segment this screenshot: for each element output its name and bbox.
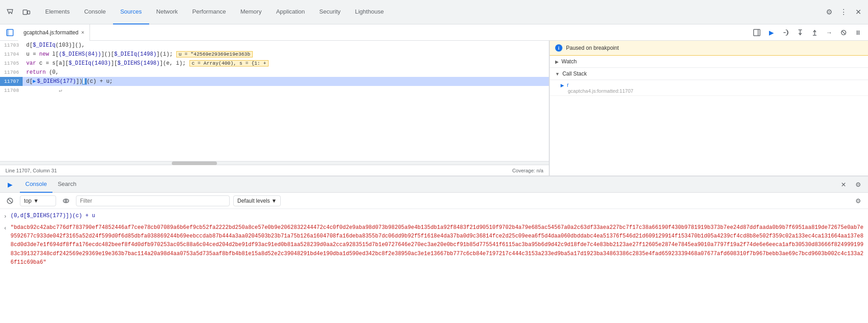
context-dropdown-arrow: ▼ xyxy=(33,198,39,204)
bottom-panel: ▶ Console Search ✕ ⚙ top ▼ xyxy=(0,176,868,323)
code-line-11706: 11706 return (0, xyxy=(0,68,549,77)
callstack-play-arrow: ▶ xyxy=(561,83,564,88)
watch-triangle: ▶ xyxy=(555,59,559,64)
breakpoint-text: Paused on breakpoint xyxy=(566,45,619,51)
code-scrollbar[interactable] xyxy=(0,161,549,165)
coverage-status: Coverage: n/a xyxy=(512,168,543,173)
sub-bar: gcaptcha4.js:formatted × ▶ xyxy=(0,24,868,41)
tab-sources[interactable]: Sources xyxy=(113,0,149,24)
watch-section-header[interactable]: ▶ Watch xyxy=(550,56,868,68)
svg-line-14 xyxy=(8,199,12,203)
pause-button[interactable]: ⏸ xyxy=(852,26,864,39)
tab-application[interactable]: Application xyxy=(269,0,312,24)
console-input-text: (0,d[$_DIEHS(177)])(c) + u xyxy=(10,213,95,219)
code-lines: 11703 d[$_DIEIq(103)](), 11704 u = new l… xyxy=(0,41,549,95)
svg-rect-0 xyxy=(23,10,27,14)
svg-point-15 xyxy=(63,199,69,203)
callstack-section-header[interactable]: ▼ Call Stack xyxy=(550,68,868,80)
bottom-settings-icon[interactable]: ⚙ xyxy=(852,178,864,191)
watch-label: Watch xyxy=(561,58,577,65)
tab-search-bottom[interactable]: Search xyxy=(52,176,82,193)
callstack-file-ref: gcaptcha4.js:formatted:11707 xyxy=(561,88,857,94)
clear-console-button[interactable] xyxy=(4,195,16,207)
deactivate-breakpoints-button[interactable] xyxy=(837,26,850,39)
svg-line-12 xyxy=(842,31,845,34)
callstack-item-r[interactable]: ▶ r gcaptcha4.js:formatted:11707 xyxy=(550,80,868,96)
status-bar: Line 11707, Column 31 Coverage: n/a xyxy=(0,165,549,176)
svg-rect-1 xyxy=(28,11,30,14)
console-input-arrow: › xyxy=(4,214,7,220)
tab-elements[interactable]: Elements xyxy=(38,0,77,24)
right-panel: i Paused on breakpoint ▶ Watch ▼ Call St… xyxy=(549,41,868,176)
inspect-icon[interactable] xyxy=(4,6,16,19)
panel-right-toggle-icon[interactable] xyxy=(750,26,763,39)
callstack-triangle: ▼ xyxy=(555,71,560,76)
bottom-close-icon[interactable]: ✕ xyxy=(837,178,850,191)
settings-icon[interactable]: ⚙ xyxy=(823,6,835,19)
console-toolbar: top ▼ Default levels ▼ ⚙ xyxy=(0,193,868,209)
svg-rect-4 xyxy=(754,29,760,36)
more-icon[interactable]: ⋮ xyxy=(837,6,850,19)
default-levels-dropdown[interactable]: Default levels ▼ xyxy=(233,195,281,206)
tab-network[interactable]: Network xyxy=(149,0,185,24)
line-col-status: Line 11707, Column 31 xyxy=(5,168,57,173)
code-line-11705: 11705 var c = s[a][$_DIEIq(1403)][$_DIEH… xyxy=(0,59,549,68)
step-out-button[interactable] xyxy=(808,26,821,39)
console-input-line: › (0,d[$_DIEHS(177)])(c) + u xyxy=(4,211,864,222)
resume-button[interactable]: ▶ xyxy=(765,26,778,39)
close-icon[interactable]: ✕ xyxy=(852,6,864,19)
code-editor: 11703 d[$_DIEIq(103)](), 11704 u = new l… xyxy=(0,41,549,176)
console-output-line: ‹ "bdacb92c42abc776df783790ef74852446af7… xyxy=(4,222,864,269)
bottom-right-icons: ✕ ⚙ xyxy=(837,178,864,191)
code-line-11708: 11708 ↵ xyxy=(0,86,549,95)
upper-section: gcaptcha4.js:formatted × ▶ xyxy=(0,24,868,176)
code-line-11703: 11703 d[$_DIEIq(103)](), xyxy=(0,41,549,50)
app: Elements Console Sources Network Perform… xyxy=(0,0,868,323)
sub-bar-right: ▶ xyxy=(750,26,864,39)
step-button[interactable]: → xyxy=(823,26,835,39)
console-settings-icon[interactable]: ⚙ xyxy=(852,195,864,207)
top-bar: Elements Console Sources Network Perform… xyxy=(0,0,868,24)
top-bar-right: ⚙ ⋮ ✕ xyxy=(823,6,864,19)
device-icon[interactable] xyxy=(20,6,33,19)
bottom-tab-icons: ▶ xyxy=(4,178,20,191)
file-tab-label: gcaptcha4.js:formatted xyxy=(24,29,78,36)
code-line-11707: 11707 d[▶$_DIEHS(177)])▌(c) + u; xyxy=(0,77,549,86)
breakpoint-notice: i Paused on breakpoint xyxy=(550,41,868,56)
tab-console-bottom[interactable]: Console xyxy=(20,176,52,193)
code-view: 11703 d[$_DIEIq(103)](), 11704 u = new l… xyxy=(0,41,549,161)
file-tab[interactable]: gcaptcha4.js:formatted × xyxy=(18,24,90,41)
svg-rect-3 xyxy=(7,29,9,36)
console-play-icon[interactable]: ▶ xyxy=(4,178,16,191)
tab-console[interactable]: Console xyxy=(77,0,113,24)
console-output-text: "bdacb92c42abc776df783790ef74852446af7ce… xyxy=(10,223,864,267)
top-bar-icons xyxy=(4,6,38,19)
context-selector[interactable]: top ▼ xyxy=(20,195,56,206)
tab-security[interactable]: Security xyxy=(312,0,348,24)
tab-performance[interactable]: Performance xyxy=(185,0,233,24)
console-content: › (0,d[$_DIEHS(177)])(c) + u ‹ "bdacb92c… xyxy=(0,209,868,323)
svg-point-16 xyxy=(65,200,67,202)
callstack-label: Call Stack xyxy=(562,71,587,77)
file-tab-close[interactable]: × xyxy=(81,29,84,36)
tab-memory[interactable]: Memory xyxy=(233,0,269,24)
callstack-func-name: r xyxy=(567,82,569,88)
step-into-button[interactable] xyxy=(794,26,807,39)
info-icon: i xyxy=(555,44,562,52)
panel-toggle-icon[interactable] xyxy=(4,26,16,39)
step-over-button[interactable] xyxy=(779,26,792,39)
bottom-tabs: ▶ Console Search ✕ ⚙ xyxy=(0,176,868,193)
filter-input[interactable] xyxy=(76,195,230,206)
scrollbar-thumb[interactable] xyxy=(172,162,217,165)
console-output-arrow: ‹ xyxy=(4,224,7,233)
code-line-11704: 11704 u = new l[($_DIEHS(84))]()[$_DIEIq… xyxy=(0,50,549,59)
tab-lighthouse[interactable]: Lighthouse xyxy=(348,0,391,24)
eye-icon[interactable] xyxy=(60,195,72,207)
